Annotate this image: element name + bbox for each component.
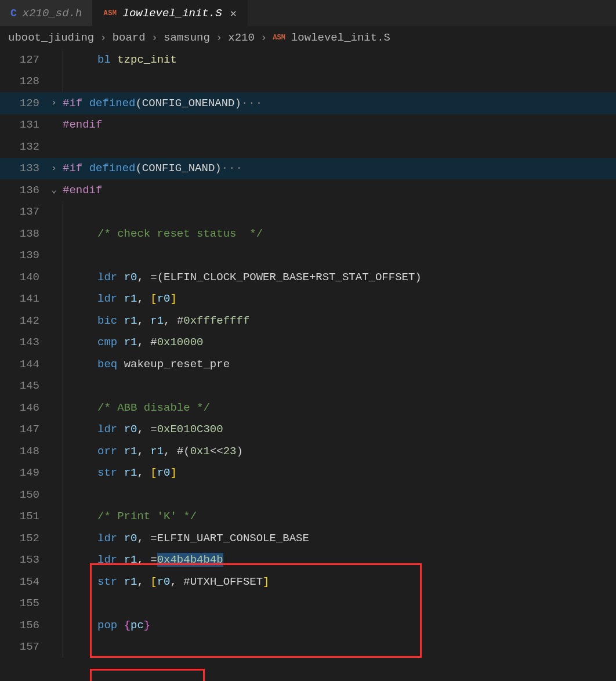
line-number: 146 [0, 401, 45, 414]
line-number: 139 [0, 249, 45, 262]
code-line[interactable]: 131 #endif [0, 114, 616, 136]
line-number: 148 [0, 445, 45, 458]
code-line[interactable]: 146 /* ABB disable */ [0, 397, 616, 419]
chevron-down-icon[interactable]: ⌄ [45, 184, 63, 195]
code-line[interactable]: 148 orr r1, r1, #(0x1<<23) [0, 440, 616, 462]
code-line[interactable]: 156 pop {pc} [0, 614, 616, 636]
close-icon[interactable]: ✕ [230, 6, 237, 20]
line-number: 150 [0, 488, 45, 501]
code-line[interactable]: 150 [0, 484, 616, 506]
line-number: 141 [0, 292, 45, 305]
code-line[interactable]: 133 › #if defined(CONFIG_NAND)··· [0, 158, 616, 180]
code-line[interactable]: 129 › #if defined(CONFIG_ONENAND)··· [0, 92, 616, 114]
tab-bar: C x210_sd.h ASM lowlevel_init.S ✕ [0, 0, 616, 27]
language-icon-asm: ASM [273, 34, 285, 42]
code-line[interactable]: 154 str r1, [r0, #UTXH_OFFSET] [0, 571, 616, 593]
line-number: 155 [0, 597, 45, 610]
selected-text: 0x4b4b4b4b [157, 553, 223, 567]
line-number: 157 [0, 640, 45, 653]
line-number: 156 [0, 619, 45, 632]
code-line[interactable]: 142 bic r1, r1, #0xfffeffff [0, 310, 616, 332]
chevron-right-icon: › [260, 31, 267, 44]
line-number: 147 [0, 423, 45, 436]
line-number: 128 [0, 75, 45, 88]
chevron-right-icon[interactable]: › [45, 164, 63, 173]
code-line[interactable]: 138 /* check reset status */ [0, 223, 616, 245]
chevron-right-icon: › [151, 31, 158, 44]
code-line[interactable]: 155 [0, 593, 616, 615]
code-line[interactable]: 157 [0, 636, 616, 658]
line-number: 131 [0, 118, 45, 131]
line-number: 132 [0, 140, 45, 153]
line-number: 149 [0, 466, 45, 479]
code-line[interactable]: 127 bl tzpc_init [0, 49, 616, 71]
code-line[interactable]: 136 ⌄ #endif [0, 179, 616, 201]
tab-label: x210_sd.h [23, 7, 82, 20]
code-line[interactable]: 139 [0, 245, 616, 267]
code-line[interactable]: 151 /* Print 'K' */ [0, 506, 616, 528]
line-number: 127 [0, 53, 45, 66]
line-number: 144 [0, 358, 45, 371]
code-line[interactable]: 152 ldr r0, =ELFIN_UART_CONSOLE_BASE [0, 527, 616, 549]
code-line[interactable]: 137 [0, 201, 616, 223]
line-number: 129 [0, 97, 45, 110]
code-line[interactable]: 140 ldr r0, =(ELFIN_CLOCK_POWER_BASE+RST… [0, 266, 616, 288]
line-number: 143 [0, 336, 45, 349]
line-number: 154 [0, 575, 45, 588]
tab-lowlevel-init-s[interactable]: ASM lowlevel_init.S ✕ [93, 0, 248, 26]
line-number: 142 [0, 314, 45, 327]
line-number: 137 [0, 205, 45, 218]
line-number: 133 [0, 162, 45, 175]
code-line[interactable]: 141 ldr r1, [r0] [0, 288, 616, 310]
breadcrumb-part[interactable]: uboot_jiuding [8, 31, 94, 44]
tab-label: lowlevel_init.S [123, 7, 222, 20]
breadcrumb: uboot_jiuding › board › samsung › x210 ›… [0, 27, 616, 49]
language-icon-c: C [10, 8, 17, 19]
code-line[interactable]: 147 ldr r0, =0xE010C300 [0, 419, 616, 441]
code-line[interactable]: 143 cmp r1, #0x10000 [0, 332, 616, 354]
line-number: 140 [0, 271, 45, 284]
breadcrumb-part[interactable]: samsung [164, 31, 210, 44]
line-number: 138 [0, 227, 45, 240]
code-line[interactable]: 132 [0, 136, 616, 158]
line-number: 136 [0, 184, 45, 197]
chevron-right-icon[interactable]: › [45, 98, 63, 108]
chevron-right-icon: › [100, 31, 106, 44]
breadcrumb-file[interactable]: lowlevel_init.S [291, 31, 390, 44]
line-number: 152 [0, 532, 45, 545]
code-line[interactable]: 153 ldr r1, =0x4b4b4b4b [0, 549, 616, 571]
line-number: 153 [0, 553, 45, 566]
annotation-box [90, 669, 205, 681]
line-number: 145 [0, 379, 45, 392]
code-line[interactable]: 128 [0, 71, 616, 93]
tab-x210-sd-h[interactable]: C x210_sd.h [0, 0, 93, 26]
chevron-right-icon: › [216, 31, 222, 44]
breadcrumb-part[interactable]: board [113, 31, 146, 44]
line-number: 151 [0, 510, 45, 523]
language-icon-asm: ASM [103, 9, 117, 17]
breadcrumb-part[interactable]: x210 [228, 31, 255, 44]
code-line[interactable]: 145 [0, 375, 616, 397]
code-line[interactable]: 144 beq wakeup_reset_pre [0, 353, 616, 375]
code-editor[interactable]: 127 bl tzpc_init 128 129 › #if defined(C… [0, 49, 616, 658]
code-line[interactable]: 149 str r1, [r0] [0, 462, 616, 484]
